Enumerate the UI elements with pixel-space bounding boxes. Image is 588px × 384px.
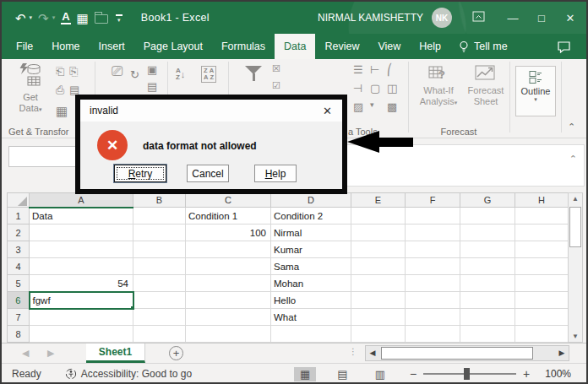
from-range-icon[interactable]: ▦ (56, 105, 68, 117)
table-borders-icon[interactable]: ▦ (77, 12, 89, 24)
filter-icon[interactable] (245, 66, 262, 74)
row-header-4[interactable]: 4 (8, 258, 30, 275)
zoom-slider[interactable] (423, 373, 516, 375)
tab-file[interactable]: File (7, 34, 42, 59)
zoom-level[interactable]: 100% (545, 368, 571, 380)
cell-D2[interactable]: Nirmal (271, 224, 351, 241)
cell-H8[interactable] (515, 326, 569, 343)
queries-icon[interactable]: ⎗ (56, 66, 64, 77)
sheet-tab-sheet1[interactable]: Sheet1 (86, 343, 145, 363)
underline-icon[interactable]: A (61, 11, 70, 24)
page-break-view-button[interactable]: ▥ (369, 367, 391, 381)
cell-G6[interactable] (460, 292, 515, 309)
cell-D7[interactable]: What (271, 309, 351, 326)
cell-G3[interactable] (460, 241, 515, 258)
recent-sources-icon[interactable]: ⎘ (69, 66, 78, 77)
new-sheet-button[interactable]: + (169, 346, 183, 360)
column-header-G[interactable]: G (460, 193, 515, 208)
scroll-right-icon[interactable]: ▶ (555, 346, 569, 360)
tab-review[interactable]: Review (315, 34, 368, 59)
cell-B3[interactable] (133, 241, 186, 258)
cell-E7[interactable] (351, 309, 406, 326)
cell-A5[interactable]: 54 (30, 275, 133, 292)
row-header-7[interactable]: 7 (8, 309, 30, 326)
cell-C3[interactable] (186, 241, 271, 258)
column-header-F[interactable]: F (406, 193, 460, 208)
scroll-up-icon[interactable]: ▲ (569, 195, 582, 203)
tab-insert[interactable]: Insert (90, 34, 134, 59)
fill-handle[interactable] (130, 306, 133, 309)
avatar[interactable]: NK (432, 8, 452, 28)
cell-F7[interactable] (406, 309, 460, 326)
existing-connections-icon[interactable]: ⎙ (56, 84, 64, 95)
relationships-icon[interactable]: ◫ (387, 83, 397, 94)
accessibility-status[interactable]: Accessibility: Good to go (65, 368, 192, 380)
cell-F4[interactable] (406, 258, 460, 275)
remove-duplicates-icon[interactable]: ⎛ (387, 64, 393, 75)
page-layout-view-button[interactable]: ▤ (331, 367, 353, 381)
cell-G8[interactable] (460, 326, 515, 343)
cell-H7[interactable] (515, 309, 569, 326)
cell-B6[interactable] (133, 292, 186, 309)
undo-dropdown-icon[interactable]: ▾ (30, 14, 33, 21)
cell-H4[interactable] (515, 258, 569, 275)
cell-C6[interactable] (186, 292, 271, 309)
zoom-out-button[interactable]: − (403, 367, 423, 381)
cell-E2[interactable] (351, 224, 406, 241)
prev-sheet-icon[interactable]: ◀ (22, 348, 29, 359)
cell-B4[interactable] (133, 258, 186, 275)
tab-view[interactable]: View (368, 34, 410, 59)
comments-icon[interactable] (557, 34, 571, 59)
properties-icon[interactable]: ▤ (147, 81, 157, 92)
manage-data-model-icon[interactable]: ▨ (353, 101, 363, 112)
cell-E6[interactable] (351, 292, 406, 309)
redo-dropdown-icon[interactable]: ▾ (52, 14, 56, 21)
cell-B5[interactable] (133, 275, 186, 292)
cell-F1[interactable] (406, 208, 460, 224)
cell-E5[interactable] (351, 275, 406, 292)
cell-E3[interactable] (351, 241, 406, 258)
vertical-scroll-thumb[interactable] (569, 207, 581, 247)
cell-A1[interactable]: Data (30, 208, 133, 224)
clear-filter-icon[interactable]: ☒ (272, 64, 280, 73)
what-if-analysis-button[interactable]: ? What-If Analysis ▾ (414, 64, 463, 108)
open-folder-icon[interactable] (95, 14, 108, 24)
row-header-6[interactable]: 6 (8, 292, 30, 309)
tab-data[interactable]: Data (275, 34, 315, 59)
help-button[interactable]: Help (254, 165, 297, 182)
column-header-E[interactable]: E (351, 193, 406, 208)
cell-A2[interactable] (30, 224, 133, 241)
cell-B2[interactable] (133, 224, 186, 241)
cell-A8[interactable] (30, 326, 133, 343)
forecast-sheet-button[interactable]: Forecast Sheet (465, 64, 507, 107)
cell-C4[interactable] (186, 258, 271, 275)
cell-C5[interactable] (186, 275, 271, 292)
cell-G2[interactable] (460, 224, 515, 241)
name-box[interactable] (8, 146, 78, 167)
ribbon-display-options-icon[interactable] (472, 10, 485, 25)
cell-A6[interactable]: fgwf (30, 292, 133, 309)
cell-G5[interactable] (460, 275, 515, 292)
redo-icon[interactable]: ↷ (38, 12, 49, 24)
cell-D3[interactable]: Kumar (271, 241, 351, 258)
tab-page-layout[interactable]: Page Layout (134, 34, 212, 59)
column-header-D[interactable]: D (271, 193, 351, 208)
vertical-scrollbar[interactable]: ▲ ▼ (568, 192, 583, 343)
column-header-C[interactable]: C (186, 193, 271, 208)
cancel-button[interactable]: Cancel (187, 165, 229, 182)
refresh-icon[interactable]: ↻ (130, 69, 139, 80)
undo-icon[interactable]: ↶ (15, 12, 26, 24)
cell-D8[interactable] (271, 326, 351, 343)
row-header-8[interactable]: 8 (8, 326, 30, 343)
cell-B1[interactable] (133, 208, 186, 224)
cell-G1[interactable] (460, 208, 515, 224)
column-header-B[interactable]: B (133, 193, 186, 208)
cell-B8[interactable] (133, 326, 186, 343)
cell-C2[interactable]: 100 (186, 224, 271, 241)
cell-D4[interactable]: Sama (271, 258, 351, 275)
cell-E8[interactable] (351, 326, 406, 343)
cell-D6[interactable]: Hello (271, 292, 351, 309)
dialog-title-bar[interactable]: invalid ✕ (80, 100, 342, 122)
outline-button[interactable]: Outline ▾ (515, 66, 556, 116)
cell-H5[interactable] (515, 275, 569, 292)
